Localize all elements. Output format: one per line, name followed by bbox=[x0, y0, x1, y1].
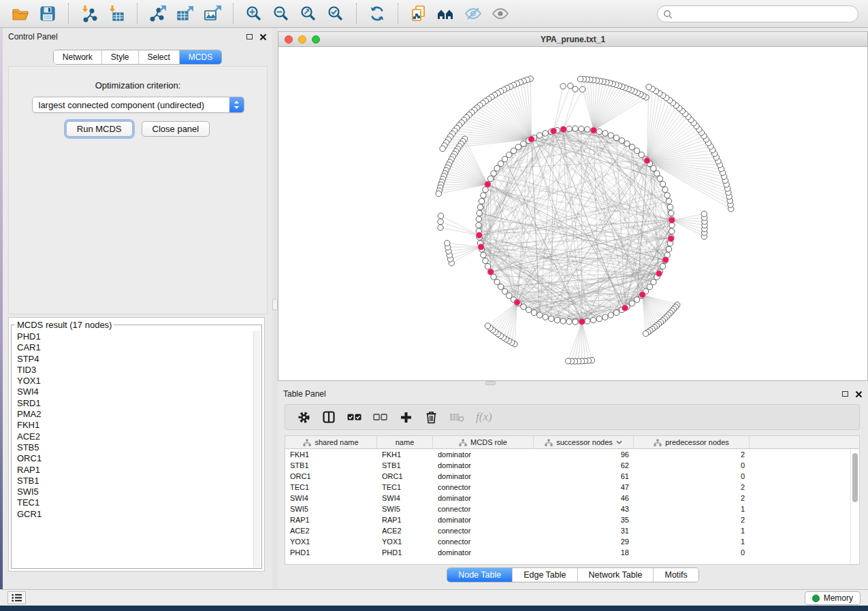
mcds-result-item[interactable]: STB5 bbox=[17, 442, 261, 453]
network-node[interactable] bbox=[436, 191, 441, 197]
network-node[interactable] bbox=[579, 126, 584, 131]
network-node[interactable] bbox=[660, 263, 665, 269]
control-tab-style[interactable]: Style bbox=[101, 50, 138, 64]
search-input[interactable] bbox=[673, 9, 858, 20]
network-node[interactable] bbox=[560, 84, 566, 89]
network-node[interactable] bbox=[543, 314, 548, 320]
table-scrollbar[interactable] bbox=[850, 449, 859, 564]
network-node[interactable] bbox=[701, 211, 707, 216]
table-row[interactable]: PHD1PHD1dominator180 bbox=[285, 547, 859, 558]
network-node[interactable] bbox=[608, 133, 613, 138]
open-session-button[interactable] bbox=[7, 3, 34, 24]
float-panel-icon[interactable] bbox=[842, 391, 848, 397]
mcds-result-item[interactable]: TEC1 bbox=[17, 497, 261, 508]
network-node[interactable] bbox=[573, 319, 578, 325]
table-settings-button[interactable] bbox=[297, 409, 310, 425]
table-row[interactable]: FKH1FKH1dominator962 bbox=[285, 449, 859, 460]
network-node[interactable] bbox=[624, 141, 630, 146]
export-image-button[interactable] bbox=[199, 3, 226, 24]
network-node[interactable] bbox=[667, 204, 673, 210]
table-row[interactable]: YOX1YOX1connector291 bbox=[285, 536, 859, 547]
close-window-traffic-light[interactable] bbox=[285, 35, 293, 44]
network-node[interactable] bbox=[440, 146, 445, 151]
table-tab-network-table[interactable]: Network Table bbox=[577, 568, 654, 582]
control-tab-select[interactable]: Select bbox=[138, 50, 179, 64]
network-node[interactable] bbox=[662, 187, 668, 193]
network-node[interactable] bbox=[565, 359, 570, 364]
network-node[interactable] bbox=[494, 279, 500, 284]
network-node[interactable] bbox=[477, 204, 483, 210]
network-node[interactable] bbox=[573, 86, 578, 92]
network-node[interactable] bbox=[613, 135, 619, 140]
table-scrollbar-thumb[interactable] bbox=[852, 453, 858, 502]
network-node[interactable] bbox=[590, 317, 596, 323]
network-node[interactable] bbox=[554, 317, 560, 323]
mcds-node[interactable] bbox=[639, 291, 645, 297]
delete-column-button[interactable] bbox=[424, 409, 438, 425]
network-node[interactable] bbox=[651, 165, 656, 171]
function-builder-button[interactable]: f(x) bbox=[476, 409, 492, 425]
network-node[interactable] bbox=[507, 152, 512, 157]
mcds-node[interactable] bbox=[662, 257, 669, 263]
network-node[interactable] bbox=[438, 213, 443, 218]
network-node[interactable] bbox=[487, 176, 493, 181]
import-network-button[interactable] bbox=[76, 3, 103, 24]
network-node[interactable] bbox=[531, 310, 536, 315]
network-node[interactable] bbox=[579, 86, 585, 92]
network-node[interactable] bbox=[629, 144, 634, 150]
network-node[interactable] bbox=[643, 331, 648, 336]
mcds-node[interactable] bbox=[478, 244, 484, 250]
mcds-result-item[interactable]: ORC1 bbox=[17, 453, 261, 464]
table-row[interactable]: ORC1ORC1dominator610 bbox=[285, 471, 859, 482]
network-node[interactable] bbox=[485, 263, 490, 269]
close-panel-icon[interactable] bbox=[259, 33, 267, 41]
table-tab-edge-table[interactable]: Edge Table bbox=[512, 568, 577, 582]
network-node[interactable] bbox=[560, 318, 566, 324]
show-all-button[interactable] bbox=[487, 3, 514, 24]
network-node[interactable] bbox=[491, 171, 496, 176]
network-node[interactable] bbox=[438, 225, 443, 230]
panel-menu-button[interactable] bbox=[7, 591, 26, 604]
network-node[interactable] bbox=[521, 141, 526, 146]
network-node[interactable] bbox=[537, 312, 543, 318]
mcds-node[interactable] bbox=[644, 157, 650, 163]
network-node[interactable] bbox=[613, 310, 619, 315]
mcds-result-item[interactable]: SWI5 bbox=[17, 486, 261, 497]
mcds-result-item[interactable]: ACE2 bbox=[17, 431, 261, 442]
network-node[interactable] bbox=[585, 318, 590, 324]
network-node[interactable] bbox=[577, 76, 583, 82]
mcds-result-item[interactable]: CAR1 bbox=[17, 342, 261, 353]
mcds-result-item[interactable]: STP4 bbox=[17, 354, 261, 365]
network-node[interactable] bbox=[526, 307, 531, 312]
network-node[interactable] bbox=[634, 297, 639, 302]
control-tab-network[interactable]: Network bbox=[54, 50, 101, 64]
mcds-node[interactable] bbox=[668, 235, 674, 242]
network-node[interactable] bbox=[669, 229, 675, 234]
network-node[interactable] bbox=[549, 316, 554, 321]
network-node[interactable] bbox=[660, 181, 665, 186]
network-node[interactable] bbox=[646, 84, 652, 90]
mcds-result-item[interactable]: STB1 bbox=[17, 476, 261, 486]
mcds-result-item[interactable]: PMA2 bbox=[17, 409, 261, 420]
table-row[interactable]: ACE2ACE2connector311 bbox=[285, 525, 859, 536]
network-node[interactable] bbox=[666, 246, 671, 252]
zoom-selected-button[interactable] bbox=[322, 3, 349, 24]
network-node[interactable] bbox=[483, 258, 488, 263]
network-node[interactable] bbox=[445, 240, 450, 246]
mcds-node[interactable] bbox=[560, 126, 566, 132]
network-node[interactable] bbox=[666, 199, 671, 204]
splitter-handle[interactable] bbox=[272, 299, 278, 310]
network-node[interactable] bbox=[585, 127, 590, 132]
column-header-predecessor-nodes[interactable]: predecessor nodes bbox=[634, 436, 750, 448]
save-session-button[interactable] bbox=[34, 3, 61, 24]
network-node[interactable] bbox=[515, 144, 521, 150]
network-node[interactable] bbox=[634, 148, 639, 153]
column-layout-button[interactable] bbox=[322, 409, 336, 425]
criterion-dropdown[interactable]: largest connected component (undirected) bbox=[32, 97, 244, 113]
mcds-result-list[interactable]: PHD1CAR1STP4TID3YOX1SWI4SRD1PMA2FKH1ACE2… bbox=[17, 331, 261, 520]
network-node[interactable] bbox=[602, 131, 608, 136]
network-node[interactable] bbox=[507, 293, 512, 298]
mcds-node[interactable] bbox=[528, 136, 534, 142]
network-node[interactable] bbox=[602, 314, 608, 320]
mcds-result-item[interactable]: TID3 bbox=[17, 365, 261, 376]
